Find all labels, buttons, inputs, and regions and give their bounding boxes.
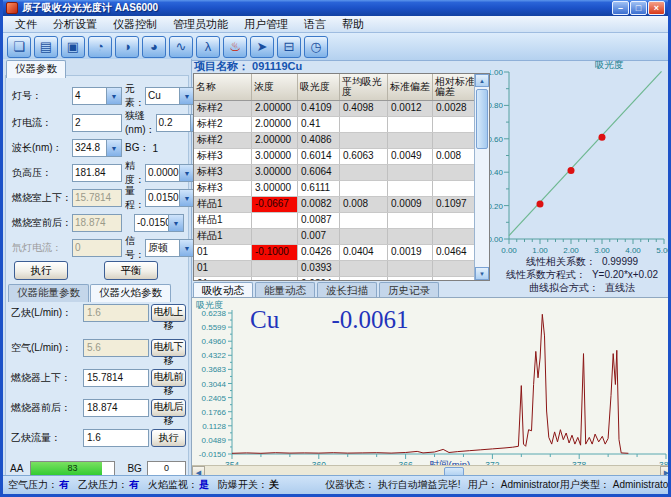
- table-cell: 0.007: [298, 229, 340, 244]
- title-bar[interactable]: 原子吸收分光光度计 AAS6000 –□×: [3, 0, 668, 16]
- burner-fb-input[interactable]: 18.874: [83, 399, 149, 417]
- menu-item[interactable]: 分析设置: [45, 16, 105, 33]
- open-file-button[interactable]: ▤: [34, 36, 58, 58]
- range-select-value: 0.0150: [146, 190, 179, 206]
- precision-select[interactable]: 0.0000▼: [145, 164, 195, 182]
- maximize-button[interactable]: □: [630, 1, 647, 15]
- table-cell: 0.0404: [340, 245, 388, 260]
- minimize-button[interactable]: –: [612, 1, 629, 15]
- scroll-up-icon[interactable]: ▲: [475, 74, 489, 87]
- column-header[interactable]: 标准偏差: [388, 74, 433, 100]
- menu-item[interactable]: 文件: [7, 16, 45, 33]
- range-low-select[interactable]: -0.0150▼: [134, 214, 184, 232]
- element-select[interactable]: Cu▼: [145, 87, 195, 105]
- table-cell: -0.1000: [252, 245, 298, 260]
- signal-select[interactable]: 原顿▼: [145, 239, 195, 257]
- print-button[interactable]: ⊟: [277, 36, 301, 58]
- motor-back-button[interactable]: 电机后移: [151, 399, 186, 417]
- live-element: Cu: [250, 306, 279, 333]
- svg-text:0.60: 0.60: [490, 135, 504, 144]
- execute-button[interactable]: 执行: [14, 261, 68, 280]
- table-row[interactable]: 01-0.10000.04260.04040.00190.0464: [194, 245, 489, 261]
- motor-down-button[interactable]: 电机下移: [151, 339, 186, 357]
- meter-low-button[interactable]: ◔: [88, 36, 112, 58]
- auto-gain-button[interactable]: ➤: [250, 36, 274, 58]
- table-cell: 3.00000: [252, 165, 298, 180]
- menu-item[interactable]: 管理员功能: [165, 16, 236, 33]
- table-row[interactable]: 样品10.007: [194, 229, 489, 245]
- table-row[interactable]: 标样22.000000.41: [194, 117, 489, 133]
- tab-1[interactable]: 吸收动态: [193, 282, 253, 297]
- stat-value: 0.99999: [602, 256, 638, 267]
- meter-mid-button[interactable]: ◑: [115, 36, 139, 58]
- neg-hv-input[interactable]: 181.84: [72, 164, 122, 182]
- stat-value: Y=0.20*x+0.02: [592, 269, 658, 280]
- svg-text:0.00: 0.00: [490, 235, 504, 244]
- table-cell: [388, 165, 433, 180]
- svg-text:0.0489: 0.0489: [202, 436, 227, 445]
- window-controls: –□×: [611, 1, 665, 15]
- scrollbar-thumb[interactable]: [476, 89, 488, 149]
- lamp-current-input[interactable]: 2: [72, 114, 122, 132]
- table-row[interactable]: 标样33.000000.6111: [194, 181, 489, 197]
- chamber-fb-input: 18.874: [72, 214, 122, 232]
- c2h2-rate-input[interactable]: 1.6: [83, 429, 149, 447]
- chevron-down-icon[interactable]: ▼: [106, 88, 121, 104]
- wavelength-peak-button[interactable]: ∿: [169, 36, 193, 58]
- svg-text:0.1766: 0.1766: [202, 408, 227, 417]
- menu-item[interactable]: 仪器控制: [105, 16, 165, 33]
- chevron-down-icon[interactable]: ▼: [106, 140, 121, 156]
- tab-2[interactable]: 能量动态: [255, 282, 315, 297]
- tab-flame-params[interactable]: 仪器火焰参数: [90, 284, 171, 302]
- table-cell: [340, 165, 388, 180]
- table-scrollbar[interactable]: ▲ ▼: [474, 74, 489, 280]
- scroll-down-icon[interactable]: ▼: [475, 267, 489, 280]
- lamp-button[interactable]: λ: [196, 36, 220, 58]
- burner-ud-input[interactable]: 15.7814: [83, 369, 149, 387]
- tab-3[interactable]: 波长扫描: [317, 282, 377, 297]
- table-row[interactable]: 标样33.000000.60140.60630.00490.008: [194, 149, 489, 165]
- field-label: 燃烧器前后：: [11, 401, 81, 415]
- motor-forward-button[interactable]: 电机前移: [151, 369, 186, 387]
- d2-current-input: 0: [72, 239, 122, 257]
- column-header[interactable]: 浓度: [252, 74, 298, 100]
- svg-text:0.20: 0.20: [490, 202, 504, 211]
- meter-high-button[interactable]: ◕: [142, 36, 166, 58]
- flame-row: 空气(L/min)：5.6电机下移: [11, 338, 186, 358]
- table-row[interactable]: 010.0393: [194, 261, 489, 277]
- menu-item[interactable]: 用户管理: [236, 16, 296, 33]
- column-header[interactable]: 名称: [194, 74, 252, 100]
- table-row[interactable]: 标样33.000000.6064: [194, 165, 489, 181]
- tab-energy-params[interactable]: 仪器能量参数: [8, 284, 89, 302]
- results-section: 项目名称： 091119Cu 名称浓度吸光度平均吸光度标准偏差相对标准偏差 标样…: [191, 59, 490, 281]
- instrument-status-button[interactable]: ◷: [304, 36, 328, 58]
- column-header[interactable]: 平均吸光度: [340, 74, 388, 100]
- menu-item[interactable]: 帮助: [334, 16, 372, 33]
- tab-4[interactable]: 历史记录: [379, 282, 439, 297]
- menu-item[interactable]: 语言: [296, 16, 334, 33]
- chevron-down-icon[interactable]: ▼: [168, 215, 183, 231]
- column-header[interactable]: 相对标准偏差: [433, 74, 479, 100]
- new-file-button[interactable]: ❏: [7, 36, 31, 58]
- table-row[interactable]: 样品10.0087: [194, 213, 489, 229]
- table-row[interactable]: 标样22.000000.41090.40980.00120.0028: [194, 101, 489, 117]
- flame-execute-button[interactable]: 执行: [151, 429, 186, 447]
- form-row: 燃烧室上下：15.7814量程：0.0150▼: [12, 188, 184, 208]
- column-header[interactable]: 吸光度: [298, 74, 340, 100]
- close-button[interactable]: ×: [648, 1, 665, 15]
- wavelength-select[interactable]: 324.8▼: [72, 139, 122, 157]
- dynamic-tabs: 吸收动态能量动态波长扫描历史记录: [193, 282, 439, 297]
- flame-button[interactable]: ♨: [223, 36, 247, 58]
- table-row[interactable]: 标样22.000000.4086: [194, 133, 489, 149]
- motor-up-button[interactable]: 电机上移: [151, 304, 186, 322]
- field-label: 信号：: [122, 234, 145, 262]
- save-icon: ▣: [67, 40, 79, 53]
- lamp-no-select[interactable]: 4▼: [72, 87, 122, 105]
- balance-button[interactable]: 平衡: [104, 261, 158, 280]
- save-button[interactable]: ▣: [61, 36, 85, 58]
- table-row[interactable]: 样品1-0.06670.00820.0080.00090.1097: [194, 197, 489, 213]
- range-select[interactable]: 0.0150▼: [145, 189, 195, 207]
- tab-instrument-params[interactable]: 仪器参数: [6, 60, 66, 78]
- form-row: 灯电流：2狭缝(nm)：0.2▼: [12, 113, 184, 133]
- c2h2-flow-display: 1.6: [83, 304, 149, 322]
